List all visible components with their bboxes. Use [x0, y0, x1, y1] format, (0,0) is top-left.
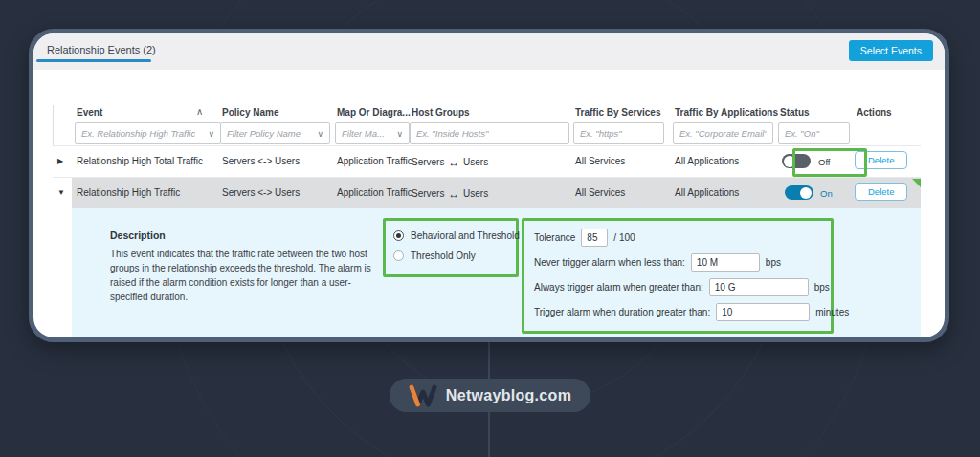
delete-button[interactable]: Delete	[855, 183, 907, 201]
chevron-down-icon: ∨	[317, 129, 323, 139]
watermark-text: Netwayblog.com	[446, 387, 571, 404]
status-filter-input[interactable]	[778, 122, 850, 144]
expanded-details-panel: Description This event indicates that th…	[72, 208, 921, 337]
sort-ascending-icon[interactable]: ∧	[196, 106, 203, 117]
duration-unit: minutes	[815, 307, 849, 317]
tolerance-input[interactable]	[581, 228, 608, 247]
traffic-by-services-filter[interactable]	[573, 122, 664, 144]
always-trigger-input[interactable]	[709, 278, 809, 296]
description-title: Description	[110, 229, 166, 241]
status-filter[interactable]	[778, 122, 850, 144]
description-text: This event indicates that the traffic ra…	[110, 247, 376, 304]
traffic-by-services-filter-input[interactable]	[573, 122, 664, 144]
host-group-left: Servers	[412, 157, 444, 167]
policy-name-filter[interactable]: Filter Policy Name ∨	[220, 122, 330, 144]
policy-name-filter-combobox[interactable]: Filter Policy Name ∨	[220, 122, 330, 144]
column-header-host-groups[interactable]: Host Groups	[412, 107, 470, 118]
event-cell: Relationship High Traffic	[77, 187, 180, 198]
relationship-events-panel: Relationship Events (2) Select Events Ev…	[29, 29, 949, 342]
chevron-down-icon: ∨	[208, 129, 214, 139]
policy-name-cell: Servers <-> Users	[222, 187, 300, 198]
background: Relationship Events (2) Select Events Ev…	[0, 0, 980, 457]
status-toggle[interactable]	[785, 185, 813, 200]
double-arrow-icon: ↔	[447, 187, 460, 201]
column-header-traffic-by-services[interactable]: Traffic By Services	[575, 107, 661, 118]
never-trigger-unit: bps	[766, 257, 781, 268]
column-header-actions: Actions	[857, 107, 892, 118]
radio-behavioral-and-threshold[interactable]: Behavioral and Threshold	[393, 230, 508, 241]
event-filter[interactable]: Ex. Relationship High Traffic ∨	[75, 122, 221, 144]
radio-selected-icon[interactable]	[393, 230, 404, 241]
event-cell: Relationship High Total Traffic	[77, 156, 203, 166]
map-filter[interactable]: Filter Ma... ∨	[335, 122, 410, 144]
never-trigger-label: Never trigger alarm when less than:	[534, 257, 685, 268]
applications-cell: All Applications	[675, 156, 739, 166]
always-trigger-unit: bps	[814, 282, 830, 293]
map-cell: Application Traffic	[337, 156, 412, 166]
tab-relationship-events[interactable]: Relationship Events (2)	[47, 44, 156, 55]
column-header-status[interactable]: Status	[780, 107, 810, 118]
host-groups-filter-input[interactable]	[410, 122, 569, 144]
column-header-policy-name[interactable]: Policy Name	[222, 107, 278, 118]
active-tab-underline	[36, 59, 151, 62]
tolerance-label: Tolerance	[534, 232, 575, 243]
always-trigger-row: Always trigger alarm when greater than: …	[534, 278, 821, 296]
policy-name-filter-placeholder: Filter Policy Name	[227, 128, 301, 139]
never-trigger-input[interactable]	[691, 253, 760, 272]
tolerance-row: Tolerance / 100	[534, 228, 821, 247]
services-cell: All Services	[575, 187, 625, 198]
services-cell: All Services	[575, 156, 625, 166]
radio-unselected-icon[interactable]	[393, 250, 404, 261]
status-label: On	[820, 188, 833, 199]
double-arrow-icon: ↔	[447, 156, 460, 169]
event-filter-combobox[interactable]: Ex. Relationship High Traffic ∨	[75, 122, 221, 144]
host-groups-filter[interactable]	[410, 122, 569, 144]
chevron-down-icon: ∨	[396, 129, 403, 139]
policy-name-cell: Servers <-> Users	[222, 156, 300, 166]
map-cell: Application Traffic	[337, 187, 412, 198]
host-group-right: Users	[463, 157, 488, 167]
event-filter-placeholder: Ex. Relationship High Traffic	[81, 128, 195, 139]
collapse-row-icon[interactable]: ▼	[57, 188, 65, 197]
radio-label: Threshold Only	[411, 250, 476, 261]
tab-bar: Relationship Events (2) Select Events	[33, 33, 945, 70]
netwayblog-logo-icon	[409, 383, 437, 408]
traffic-by-applications-filter-input[interactable]	[673, 122, 773, 144]
table-row-selected[interactable]: ▼ Relationship High Traffic Servers <-> …	[53, 177, 921, 208]
column-header-traffic-by-applications[interactable]: Traffic By Applications	[675, 107, 778, 118]
host-groups-cell: Servers ↔ Users	[412, 156, 488, 169]
column-header-map-or-diagram[interactable]: Map Or Diagra...	[337, 107, 411, 118]
alarm-type-highlight-box: Behavioral and Threshold Threshold Only	[383, 218, 519, 277]
toggle-highlight-box	[792, 148, 867, 177]
duration-label: Trigger alarm when duration greater than…	[534, 307, 710, 317]
duration-row: Trigger alarm when duration greater than…	[534, 303, 821, 321]
table-row[interactable]: ▶ Relationship High Total Traffic Server…	[53, 145, 921, 177]
table-left-border	[53, 105, 54, 146]
radio-threshold-only[interactable]: Threshold Only	[393, 250, 508, 261]
always-trigger-label: Always trigger alarm when greater than:	[534, 282, 703, 293]
host-group-right: Users	[463, 188, 488, 199]
radio-label: Behavioral and Threshold	[411, 230, 520, 241]
row-highlight-corner-flag	[912, 179, 921, 187]
never-trigger-row: Never trigger alarm when less than: bps	[534, 253, 821, 272]
watermark-badge: Netwayblog.com	[390, 379, 590, 412]
map-filter-combobox[interactable]: Filter Ma... ∨	[335, 122, 410, 144]
traffic-by-applications-filter[interactable]	[673, 122, 773, 144]
duration-input[interactable]	[716, 303, 810, 321]
toggle-knob	[800, 187, 812, 199]
applications-cell: All Applications	[675, 187, 739, 198]
expand-row-icon[interactable]: ▶	[57, 157, 63, 165]
threshold-settings-highlight-box: Tolerance / 100 Never trigger alarm when…	[522, 218, 834, 334]
column-header-event[interactable]: Event	[77, 107, 102, 118]
host-group-left: Servers	[412, 188, 444, 199]
select-events-button[interactable]: Select Events	[849, 40, 933, 61]
host-groups-cell: Servers ↔ Users	[412, 187, 488, 201]
map-filter-placeholder: Filter Ma...	[342, 128, 385, 139]
tolerance-suffix: / 100	[613, 232, 635, 243]
